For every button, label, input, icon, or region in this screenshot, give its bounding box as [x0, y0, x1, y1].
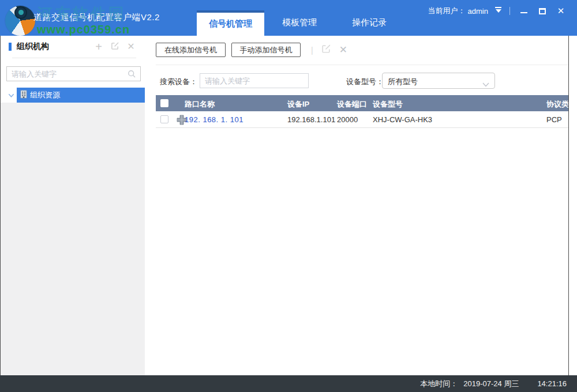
model-select[interactable]: 所有型号 [382, 73, 495, 89]
close-icon: ✕ [557, 6, 565, 16]
tab-template-management[interactable]: 模板管理 [273, 10, 325, 36]
col-model: 设备型号 [373, 99, 403, 110]
sidebar-background [1, 103, 145, 375]
col-name: 路口名称 [185, 99, 215, 110]
add-org-button[interactable]: + [91, 40, 107, 53]
tree-item-label: 组织资源 [30, 90, 60, 100]
col-ip: 设备IP [287, 99, 309, 110]
user-dropdown-caret-icon[interactable] [495, 7, 501, 16]
col-port: 设备端口 [337, 99, 367, 110]
search-icon [128, 70, 136, 81]
plus-icon: + [95, 41, 102, 52]
tree-row: 组织资源 [1, 88, 145, 103]
toolbar-separator: | [311, 46, 313, 55]
model-label: 设备型号： [346, 77, 384, 87]
device-table: 路口名称 设备IP 设备端口 设备型号 协议类型 192. 168. 1. 10… [156, 95, 568, 128]
tab-operation-records[interactable]: 操作记录 [343, 10, 395, 36]
app-logo-icon [5, 6, 35, 36]
main-panel: 在线添加信号机 手动添加信号机 | ✕ 搜索设备： 设备型号： 所 [145, 36, 577, 375]
sidebar-title: 组织机构 [17, 42, 49, 52]
device-search-label: 搜索设备： [160, 77, 197, 87]
filter-row: 搜索设备： 设备型号： 所有型号 [145, 73, 568, 90]
logo-lens-dot [18, 10, 24, 15]
table-row: 192. 168. 1. 101 192.168.1.101 20000 XHJ… [156, 111, 568, 128]
toolbar-divider [156, 65, 568, 65]
cell-ip: 192.168.1.101 [287, 115, 335, 124]
edit-icon [111, 42, 119, 52]
sidebar-title-marker [9, 43, 12, 51]
org-search-box [6, 66, 141, 81]
tree-item-org-resources[interactable]: 组织资源 [17, 88, 145, 103]
edit-icon [321, 44, 331, 56]
building-icon [20, 90, 27, 101]
maximize-button[interactable] [538, 6, 547, 16]
col-protocol: 协议类型 [546, 99, 568, 110]
titlebar: 道路交通信号机配置客户端V2.2 信号机管理 模板管理 操作记录 当前用户： a… [0, 0, 577, 36]
select-all-checkbox[interactable] [160, 99, 168, 107]
delete-org-button[interactable]: ✕ [123, 40, 139, 53]
edit-device-button[interactable] [321, 44, 331, 56]
app-window: 道路交通信号机配置客户端V2.2 信号机管理 模板管理 操作记录 当前用户： a… [0, 0, 577, 392]
sidebar-divider [12, 58, 136, 58]
local-date: 2019-07-24 周三 [463, 379, 519, 389]
cell-protocol: PCP [546, 115, 562, 124]
table-header: 路口名称 设备IP 设备端口 设备型号 协议类型 [156, 95, 568, 111]
statusbar: 本地时间： 2019-07-24 周三 14:21:16 [0, 375, 577, 392]
cell-port: 20000 [337, 115, 358, 124]
user-area: 当前用户： admin ✕ [428, 5, 565, 17]
model-select-value: 所有型号 [388, 77, 418, 87]
panel-divider [568, 36, 569, 375]
local-time-label: 本地时间： [420, 379, 458, 389]
cell-model: XHJ-CW-GA-HK3 [373, 115, 432, 124]
minimize-button[interactable] [519, 6, 529, 16]
current-user-label: 当前用户： [428, 6, 466, 16]
close-icon: ✕ [339, 44, 347, 55]
delete-device-button[interactable]: ✕ [339, 44, 347, 56]
online-add-button[interactable]: 在线添加信号机 [156, 43, 226, 57]
local-time: 14:21:16 [537, 379, 567, 388]
current-user-name: admin [468, 7, 488, 16]
close-icon: ✕ [127, 42, 134, 52]
device-search-input[interactable] [200, 73, 309, 88]
chevron-down-icon [482, 79, 489, 89]
edit-org-button[interactable] [107, 40, 123, 53]
tab-signal-management[interactable]: 信号机管理 [197, 10, 264, 36]
close-button[interactable]: ✕ [556, 6, 565, 16]
chevron-down-icon[interactable] [8, 91, 15, 101]
sidebar-header: 组织机构 + ✕ [1, 40, 145, 54]
manual-add-button[interactable]: 手动添加信号机 [231, 43, 301, 57]
org-search-input[interactable] [12, 67, 121, 81]
device-name-link[interactable]: 192. 168. 1. 101 [185, 115, 243, 124]
titlebar-separator [509, 7, 510, 15]
sidebar: 组织机构 + ✕ [0, 36, 145, 375]
row-checkbox[interactable] [160, 115, 168, 123]
app-title: 道路交通信号机配置客户端V2.2 [33, 12, 160, 23]
